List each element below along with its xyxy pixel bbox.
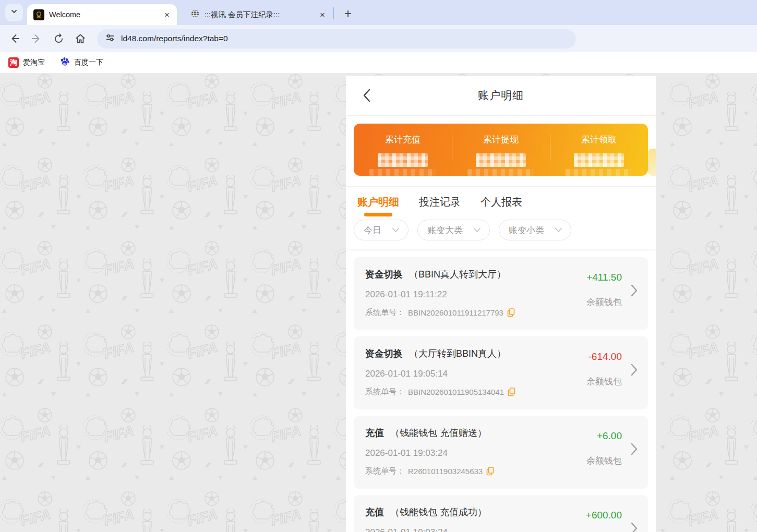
tab-account-detail[interactable]: 账户明细 xyxy=(357,195,399,217)
censored-value-blur xyxy=(566,169,632,176)
tab-title: Welcome xyxy=(49,10,158,19)
bookmark-label: 爱淘宝 xyxy=(23,58,45,67)
transaction-detail: （BBIN真人转到大厅） xyxy=(409,268,506,281)
bookmark-label: 百度一下 xyxy=(74,58,103,67)
chevron-down-icon xyxy=(473,227,481,233)
browser-toolbar: ld48.com/reports/index?tab=0 xyxy=(0,25,757,52)
order-label: 系统单号： xyxy=(365,308,404,318)
tab-separator xyxy=(333,7,334,19)
reload-icon xyxy=(53,33,64,44)
transaction-detail: （大厅转到BBIN真人） xyxy=(409,347,506,360)
browser-tab-records[interactable]: :::视讯 会员下注纪录::: × xyxy=(184,4,332,25)
transaction-row[interactable]: 充值 （钱能钱包 充值成功） 2026-01-01 19:03:24 +600.… xyxy=(354,495,648,532)
summary-label: 累计充值 xyxy=(354,134,452,146)
wallet-label: 余额钱包 xyxy=(586,455,622,467)
order-number: R2601011903245633 xyxy=(408,467,483,476)
copy-icon[interactable] xyxy=(508,388,515,396)
tab-title: :::视讯 会员下注纪录::: xyxy=(205,10,313,20)
censored-value-blur xyxy=(467,169,534,176)
filter-label: 账变大类 xyxy=(427,224,463,236)
transaction-row[interactable]: 资金切换 （大厅转到BBIN真人） 2026-01-01 19:05:14 系统… xyxy=(354,336,648,409)
transaction-amount: +411.50 xyxy=(586,272,622,283)
chevron-right-icon[interactable] xyxy=(631,522,638,532)
wallet-label: 余额钱包 xyxy=(586,296,622,308)
chevron-down-icon xyxy=(555,227,562,233)
tab-bet-records[interactable]: 投注记录 xyxy=(419,195,461,217)
svg-text:du: du xyxy=(63,62,67,65)
globe-icon xyxy=(190,9,200,20)
filter-minor-category-dropdown[interactable]: 账变小类 xyxy=(499,220,571,240)
address-bar[interactable]: ld48.com/reports/index?tab=0 xyxy=(97,29,576,49)
url-text[interactable]: ld48.com/reports/index?tab=0 xyxy=(121,34,228,43)
chevron-right-icon[interactable] xyxy=(631,443,638,455)
transaction-type: 资金切换 xyxy=(365,268,403,281)
filter-label: 账变小类 xyxy=(509,224,544,236)
carousel-next-slide-peek xyxy=(648,149,656,176)
bookmark-aitaobao[interactable]: 淘 爱淘宝 xyxy=(8,57,45,68)
new-tab-button[interactable]: + xyxy=(340,7,356,20)
chevron-right-icon[interactable] xyxy=(631,364,638,376)
transaction-type: 资金切换 xyxy=(365,347,403,360)
copy-icon[interactable] xyxy=(486,467,494,476)
transaction-type: 充值 xyxy=(365,427,384,439)
wallet-label: 余额钱包 xyxy=(586,376,622,388)
censored-value xyxy=(378,153,428,167)
close-icon[interactable]: × xyxy=(318,10,327,19)
account-detail-panel: 账户明细 累计充值 累计提现 累计领取 xyxy=(346,76,656,532)
summary-col-claim: 累计领取 xyxy=(550,134,648,176)
panel-header: 账户明细 xyxy=(346,76,656,116)
order-number: BBIN202601011911217793 xyxy=(408,308,503,317)
page-background: FIFA xyxy=(0,73,757,532)
summary-label: 累计提现 xyxy=(452,134,550,146)
chevron-down-icon xyxy=(392,227,400,233)
close-icon[interactable]: × xyxy=(162,10,172,19)
reload-button[interactable] xyxy=(49,29,68,48)
back-arrow-icon xyxy=(9,33,20,44)
summary-section: 累计充值 累计提现 累计领取 xyxy=(346,116,656,187)
order-label: 系统单号： xyxy=(365,466,404,476)
summary-label: 累计领取 xyxy=(550,134,648,146)
home-button[interactable] xyxy=(71,29,90,48)
tab-personal-report[interactable]: 个人报表 xyxy=(480,195,522,217)
summary-card[interactable]: 累计充值 累计提现 累计领取 xyxy=(354,124,648,176)
back-button[interactable] xyxy=(5,29,24,48)
chevron-right-icon[interactable] xyxy=(631,284,638,297)
filter-major-category-dropdown[interactable]: 账变大类 xyxy=(417,220,490,240)
censored-value-blur xyxy=(369,169,436,176)
transaction-amount: -614.00 xyxy=(586,351,622,362)
page-title: 账户明细 xyxy=(478,88,524,103)
filter-date-dropdown[interactable]: 今日 xyxy=(354,220,408,240)
back-chevron-icon[interactable] xyxy=(363,88,371,105)
bookmark-baidu[interactable]: du 百度一下 xyxy=(59,56,103,69)
site-settings-icon[interactable] xyxy=(105,33,115,44)
order-number: BBIN202601011905134041 xyxy=(408,388,504,396)
transaction-detail: （钱能钱包 充值成功） xyxy=(390,506,487,518)
taobao-icon: 淘 xyxy=(8,57,19,68)
summary-col-deposit: 累计充值 xyxy=(354,134,452,176)
censored-value xyxy=(574,153,624,167)
summary-col-withdraw: 累计提现 xyxy=(452,134,550,176)
forward-arrow-icon xyxy=(31,33,42,44)
report-tabs: 账户明细 投注记录 个人报表 xyxy=(346,187,656,217)
chevron-down-icon xyxy=(10,8,18,17)
transaction-detail: （钱能钱包 充值赠送） xyxy=(390,427,487,439)
censored-value xyxy=(476,153,526,167)
transaction-list: 资金切换 （BBIN真人转到大厅） 2026-01-01 19:11:22 系统… xyxy=(346,249,656,532)
filter-bar: 今日 账变大类 账变小类 xyxy=(346,217,656,249)
bookmarks-bar: 淘 爱淘宝 du 百度一下 xyxy=(0,52,757,73)
trophy-logo-icon xyxy=(33,9,44,20)
filter-label: 今日 xyxy=(364,224,381,236)
transaction-amount: +600.00 xyxy=(586,510,622,521)
forward-button[interactable] xyxy=(27,29,46,48)
transaction-amount: +6.00 xyxy=(586,430,622,442)
transaction-row[interactable]: 充值 （钱能钱包 充值赠送） 2026-01-01 19:03:24 系统单号：… xyxy=(354,416,648,489)
transaction-row[interactable]: 资金切换 （BBIN真人转到大厅） 2026-01-01 19:11:22 系统… xyxy=(354,257,648,330)
order-label: 系统单号： xyxy=(365,387,404,397)
home-icon xyxy=(75,33,86,44)
baidu-icon: du xyxy=(59,56,70,69)
browser-tab-welcome[interactable]: Welcome × xyxy=(27,4,177,25)
transaction-type: 充值 xyxy=(365,506,384,518)
tab-search-button[interactable] xyxy=(5,4,23,21)
browser-tab-strip: Welcome × :::视讯 会员下注纪录::: × + xyxy=(0,0,757,25)
copy-icon[interactable] xyxy=(507,308,515,317)
